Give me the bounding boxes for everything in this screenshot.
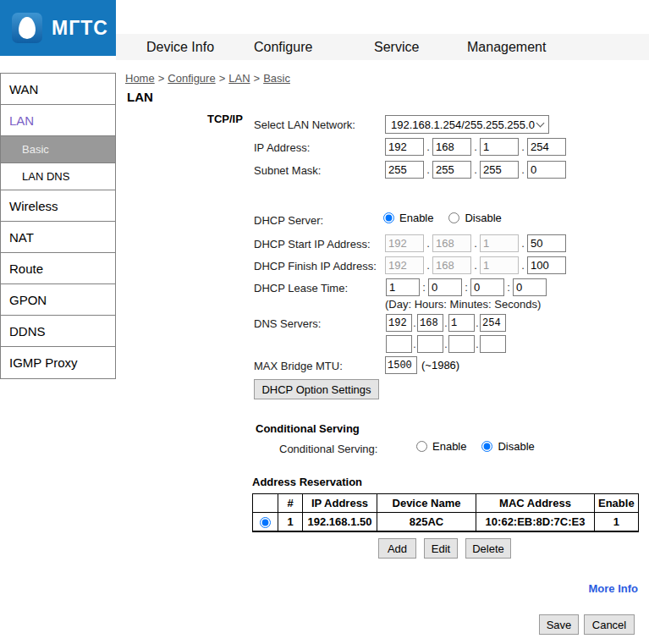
breadcrumb-basic[interactable]: Basic — [263, 72, 290, 85]
dns-row-1: . . . — [386, 314, 506, 332]
sidebar-item-gpon[interactable]: GPON — [1, 284, 115, 316]
dhcp-lease-label: DHCP Lease Time: — [254, 282, 348, 294]
mac-column-header: MAC Address — [476, 494, 595, 513]
subnet-mask-label: Subnet Mask: — [254, 164, 322, 177]
add-button[interactable]: Add — [378, 538, 416, 559]
dhcp-lease-inputs: : : : — [386, 278, 547, 296]
dhcp-start-inputs: . . . — [385, 234, 566, 252]
sidebar-menu: WAN LAN Basic LAN DNS Wireless NAT Route… — [0, 73, 116, 379]
ip-octet-1[interactable] — [385, 138, 424, 156]
row-enable-cell: 1 — [595, 513, 639, 531]
ip-octet-3[interactable] — [480, 138, 519, 156]
sidebar-item-route[interactable]: Route — [1, 253, 115, 284]
brand-name: МГТС — [52, 17, 108, 40]
octet-separator: . — [424, 259, 432, 272]
row-select-radio[interactable] — [260, 517, 271, 528]
nav-device-info[interactable]: Device Info — [146, 34, 214, 60]
dns2-octet-2[interactable] — [417, 335, 443, 353]
save-button[interactable]: Save — [539, 614, 579, 635]
dhcp-enable-label: Enable — [399, 212, 433, 224]
dhcp-start-octet-3 — [480, 234, 519, 252]
dns-row-2: . . . — [386, 335, 506, 353]
dns2-octet-3[interactable] — [448, 335, 475, 353]
dhcp-enable-radio[interactable] — [383, 212, 394, 223]
select-column-header — [253, 494, 278, 513]
dhcp-finish-octet-2 — [432, 256, 471, 274]
sidebar-item-wireless[interactable]: Wireless — [1, 190, 115, 222]
mask-octet-3[interactable] — [480, 161, 519, 179]
lease-days-input[interactable] — [386, 278, 420, 296]
more-info-link[interactable]: More Info — [589, 582, 639, 595]
nav-service[interactable]: Service — [374, 34, 419, 60]
sidebar-item-nat[interactable]: NAT — [1, 222, 115, 253]
dns1-octet-4[interactable] — [480, 314, 506, 332]
conditional-serving-heading: Conditional Serving — [256, 422, 360, 435]
mask-octet-2[interactable] — [432, 161, 471, 179]
dhcp-server-label: DHCP Server: — [254, 214, 323, 227]
octet-separator: . — [519, 163, 527, 176]
row-select-cell — [253, 513, 278, 531]
dhcp-disable-radio[interactable] — [448, 212, 459, 223]
table-row: 1 192.168.1.50 825AC 10:62:EB:8D:7C:E3 1 — [253, 513, 639, 531]
sidebar-item-basic[interactable]: Basic — [1, 136, 115, 163]
sidebar-item-lan-dns[interactable]: LAN DNS — [1, 163, 115, 190]
octet-separator: . — [519, 237, 527, 250]
mtu-input[interactable] — [385, 356, 417, 374]
dhcp-option-settings-button[interactable]: DHCP Option Settings — [254, 379, 379, 399]
mask-octet-4[interactable] — [527, 161, 566, 179]
sidebar-item-igmp-proxy[interactable]: IGMP Proxy — [1, 347, 115, 378]
dhcp-start-octet-4[interactable] — [527, 234, 566, 252]
row-num-cell: 1 — [278, 513, 303, 531]
dns-servers-label: DNS Servers: — [254, 317, 321, 330]
lease-units-hint: (Day: Hours: Minutes: Seconds) — [385, 298, 541, 311]
chevron-down-icon — [536, 118, 545, 127]
select-lan-network-dropdown[interactable]: 192.168.1.254/255.255.255.0 — [385, 115, 549, 134]
ip-octet-4[interactable] — [527, 138, 566, 156]
edit-button[interactable]: Edit — [424, 538, 458, 559]
dns2-octet-1[interactable] — [386, 335, 412, 353]
breadcrumb-home[interactable]: Home — [125, 72, 155, 85]
row-ip-cell: 192.168.1.50 — [303, 513, 377, 531]
lease-minutes-input[interactable] — [470, 278, 504, 296]
mgts-egg-icon — [12, 13, 42, 43]
sidebar-item-wan[interactable]: WAN — [1, 74, 115, 105]
dhcp-finish-octet-3 — [480, 256, 519, 274]
lease-seconds-input[interactable] — [513, 278, 547, 296]
subnet-mask-inputs: . . . — [385, 161, 566, 179]
nav-management[interactable]: Management — [467, 34, 546, 60]
conditional-disable-radio[interactable] — [481, 441, 492, 452]
conditional-enable-label: Enable — [432, 440, 466, 453]
dns1-octet-1[interactable] — [386, 314, 412, 332]
num-column-header: # — [278, 494, 303, 513]
dns1-octet-2[interactable] — [417, 314, 443, 332]
top-navbar: Device Info Configure Service Management — [116, 34, 649, 60]
sidebar-item-lan[interactable]: LAN — [1, 105, 115, 136]
dns2-octet-4[interactable] — [480, 335, 506, 353]
dhcp-finish-octet-4[interactable] — [527, 256, 566, 274]
cancel-button[interactable]: Cancel — [584, 614, 635, 635]
tcpip-section-label: TCP/IP — [207, 113, 243, 125]
router-admin-page: МГТС Device Info Configure Service Manag… — [0, 0, 649, 644]
address-reservation-heading: Address Reservation — [252, 476, 362, 488]
octet-separator: . — [424, 163, 432, 176]
sidebar-item-ddns[interactable]: DDNS — [1, 316, 115, 347]
octet-separator: . — [471, 237, 480, 250]
dhcp-finish-octet-1 — [385, 256, 424, 274]
breadcrumb: Home>Configure>LAN>Basic — [125, 72, 290, 85]
lease-hours-input[interactable] — [428, 278, 462, 296]
enable-column-header: Enable — [595, 494, 639, 513]
dhcp-start-octet-2 — [432, 234, 471, 252]
breadcrumb-separator: > — [254, 72, 261, 85]
octet-separator: . — [471, 259, 480, 272]
ip-address-inputs: . . . — [385, 138, 566, 156]
dns1-octet-3[interactable] — [448, 314, 475, 332]
conditional-enable-radio[interactable] — [416, 441, 427, 452]
ip-address-label: IP Address: — [254, 141, 310, 154]
nav-configure[interactable]: Configure — [254, 34, 312, 60]
mask-octet-1[interactable] — [385, 161, 424, 179]
ip-octet-2[interactable] — [432, 138, 471, 156]
row-device-cell: 825AC — [377, 513, 476, 531]
breadcrumb-lan[interactable]: LAN — [228, 72, 250, 85]
breadcrumb-configure[interactable]: Configure — [168, 72, 215, 85]
delete-button[interactable]: Delete — [465, 538, 511, 559]
